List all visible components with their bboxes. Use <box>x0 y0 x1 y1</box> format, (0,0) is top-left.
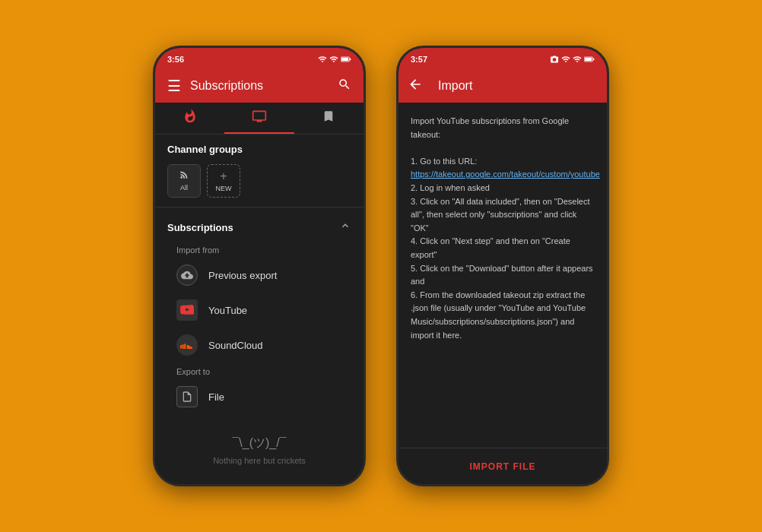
import-link[interactable]: https://takeout.google.com/takeout/custo… <box>411 169 600 179</box>
list-item-previous-export[interactable]: Previous export <box>155 258 364 293</box>
status-bar-1: 3:56 <box>155 48 364 69</box>
empty-message: Nothing here but crickets <box>213 456 306 465</box>
tab-trending[interactable] <box>155 103 224 134</box>
group-chip-new[interactable]: + NEW <box>207 164 240 198</box>
channel-groups-title: Channel groups <box>167 144 243 155</box>
tab-bookmarks[interactable] <box>294 103 364 134</box>
import-instructions: Import YouTube subscriptions from Google… <box>411 115 595 342</box>
signal-icon <box>318 55 327 64</box>
camera-status-icon <box>550 55 559 64</box>
import-file-button[interactable]: IMPORT FILE <box>470 461 536 472</box>
battery-icon <box>341 55 351 63</box>
rss-icon <box>179 169 189 182</box>
svg-rect-2 <box>341 58 348 61</box>
collapse-icon[interactable] <box>339 220 351 235</box>
status-icons-2 <box>550 55 595 64</box>
menu-icon[interactable]: ☰ <box>164 74 184 98</box>
soundcloud-icon <box>176 334 198 356</box>
subscriptions-title: Subscriptions <box>167 222 233 233</box>
phone-1: 3:56 ☰ Subscriptions <box>153 46 366 486</box>
list-item-youtube[interactable]: YouTube <box>155 293 364 328</box>
app-bar-2: Import <box>398 69 607 103</box>
empty-state: ¯\_(ツ)_/¯ Nothing here but crickets <box>155 414 364 474</box>
search-icon[interactable] <box>335 74 354 98</box>
app-title-2: Import <box>438 79 598 93</box>
group-chip-all-label: All <box>180 184 188 192</box>
subscriptions-header: Subscriptions <box>155 211 364 241</box>
tab-subscriptions[interactable] <box>224 103 294 134</box>
file-icon <box>176 386 198 407</box>
svg-rect-5 <box>585 58 592 61</box>
add-icon: + <box>220 169 227 183</box>
export-label: Export to <box>155 363 364 379</box>
soundcloud-label: SoundCloud <box>208 340 263 351</box>
channel-groups-list: All + NEW <box>155 161 364 207</box>
channel-groups-header: Channel groups <box>155 135 364 161</box>
wifi-icon <box>329 55 338 64</box>
status-time-2: 3:57 <box>411 55 427 64</box>
bookmark-icon <box>322 109 335 128</box>
status-icons-1 <box>318 55 351 64</box>
flame-icon <box>183 109 198 128</box>
battery-icon-2 <box>584 55 595 63</box>
wifi-icon-2 <box>573 55 582 64</box>
youtube-label: YouTube <box>208 305 247 316</box>
svg-rect-1 <box>350 59 351 60</box>
list-item-file[interactable]: File <box>155 379 364 414</box>
list-item-soundcloud[interactable]: SoundCloud <box>155 328 364 363</box>
import-label: Import from <box>155 241 364 258</box>
tab-bar-1 <box>155 103 364 135</box>
svg-rect-4 <box>593 59 595 60</box>
kaomoji: ¯\_(ツ)_/¯ <box>232 435 286 451</box>
file-label: File <box>208 391 224 403</box>
import-heading: Import YouTube subscriptions from Google… <box>411 116 569 139</box>
back-button[interactable] <box>408 77 423 96</box>
import-footer: IMPORT FILE <box>398 448 607 484</box>
status-time-1: 3:56 <box>167 55 184 64</box>
app-title-1: Subscriptions <box>190 79 335 93</box>
cloud-upload-icon <box>176 264 198 286</box>
youtube-icon <box>176 299 198 321</box>
previous-export-label: Previous export <box>208 270 277 281</box>
status-bar-2: 3:57 <box>398 48 607 69</box>
import-content: Import YouTube subscriptions from Google… <box>398 103 607 448</box>
tv-icon <box>252 109 267 128</box>
phone-2: 3:57 Import Import YouTube subscriptions… <box>396 46 609 486</box>
group-chip-all[interactable]: All <box>167 164 201 198</box>
group-chip-new-label: NEW <box>216 185 232 192</box>
signal-icon-2 <box>561 55 570 64</box>
divider-1 <box>155 207 364 207</box>
app-bar-1: ☰ Subscriptions <box>155 69 364 103</box>
content-1: Channel groups All + NEW Subscriptions I… <box>155 135 364 484</box>
